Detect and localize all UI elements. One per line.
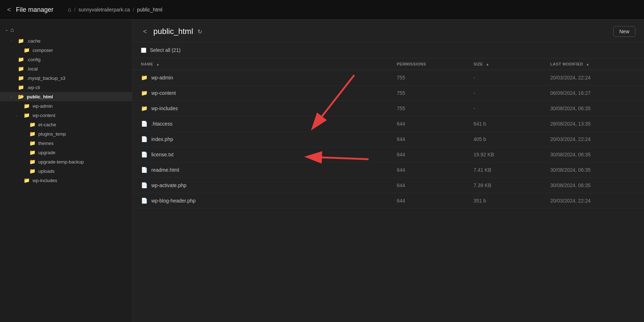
select-all-label[interactable]: Select all (21) — [150, 47, 181, 53]
file-name-cell[interactable]: 📄 wp-activate.php — [132, 178, 388, 193]
toggle-icon: - — [11, 94, 15, 99]
table-row[interactable]: 📁 wp-includes 755 - 30/08/2024, 06:35 — [132, 101, 644, 116]
file-size: 7.39 KB — [465, 178, 542, 193]
col-size[interactable]: SIZE ▲ — [465, 58, 542, 70]
breadcrumb-sep2: / — [133, 7, 134, 13]
sidebar-item-label: public_html — [27, 94, 53, 99]
sidebar-item-config[interactable]: 📁 .config — [0, 55, 132, 64]
refresh-button[interactable]: ↻ — [197, 28, 202, 35]
sidebar-item-wp-includes[interactable]: 📁 wp-includes — [0, 176, 132, 185]
sidebar-item-label: wp-includes — [33, 178, 57, 183]
breadcrumb-sep1: / — [74, 7, 75, 13]
col-last-modified[interactable]: LAST MODIFIED ▲ — [542, 58, 644, 70]
sidebar-item-label: themes — [38, 141, 54, 146]
folder-icon: 📁 — [24, 47, 30, 53]
file-table: NAME ▲ PERMISSIONS SIZE ▲ LAST MODIFIED … — [132, 58, 644, 209]
file-name: readme.html — [151, 167, 179, 173]
folder-icon: 📁 — [29, 140, 35, 146]
folder-icon: 📁 — [18, 57, 24, 62]
file-name-cell[interactable]: 📁 wp-includes — [132, 101, 388, 116]
file-size: - — [465, 101, 542, 116]
sidebar-item-local[interactable]: 📁 .local — [0, 64, 132, 73]
sidebar-item-et-cache[interactable]: 📁 et-cache — [0, 120, 132, 129]
select-all-checkbox[interactable] — [141, 48, 146, 53]
sidebar-item-upgrade[interactable]: 📁 upgrade — [0, 148, 132, 157]
sidebar-item-wp-content[interactable]: - 📁 wp-content — [0, 111, 132, 120]
file-permissions: 644 — [388, 178, 465, 193]
file-modified: 20/03/2024, 22:24 — [542, 70, 644, 86]
file-name-cell[interactable]: 📁 wp-content — [132, 86, 388, 101]
file-permissions: 644 — [388, 132, 465, 147]
file-modified: 30/08/2024, 06:35 — [542, 178, 644, 193]
breadcrumb: ⌂ / sunnyvaletrailerpark.ca / public_htm… — [68, 6, 162, 13]
sidebar-item-wp-admin[interactable]: 📁 wp-admin — [0, 101, 132, 111]
col-permissions: PERMISSIONS — [388, 58, 465, 70]
sidebar-item-uploads[interactable]: 📁 uploads — [0, 166, 132, 176]
sidebar-item-label: wp-admin — [33, 103, 53, 109]
file-name-cell[interactable]: 📄 index.php — [132, 132, 388, 147]
table-row[interactable]: 📄 wp-activate.php 644 7.39 KB 30/08/2024… — [132, 178, 644, 193]
file-name-cell[interactable]: 📄 wp-blog-header.php — [132, 193, 388, 208]
file-name-cell[interactable]: 📄 license.txt — [132, 147, 388, 162]
table-row[interactable]: 📁 wp-content 755 - 06/09/2024, 16:27 — [132, 86, 644, 101]
file-name: wp-blog-header.php — [151, 198, 196, 204]
file-permissions: 755 — [388, 101, 465, 116]
sidebar-item-upgrade-temp-backup[interactable]: 📁 upgrade-temp-backup — [0, 157, 132, 166]
file-name: wp-admin — [151, 75, 173, 80]
content-back-button[interactable]: < — [141, 27, 149, 36]
file-name-cell[interactable]: 📁 wp-admin — [132, 70, 388, 85]
folder-icon: 📁 — [141, 74, 148, 81]
file-icon: 📄 — [141, 167, 148, 173]
file-icon: 📄 — [141, 136, 148, 142]
file-modified: 20/03/2024, 22:24 — [542, 132, 644, 147]
table-row[interactable]: 📄 wp-blog-header.php 644 351 b 20/03/202… — [132, 193, 644, 209]
file-size: 19.92 KB — [465, 147, 542, 162]
col-name[interactable]: NAME ▲ — [132, 58, 388, 70]
file-name-cell[interactable]: 📄 readme.html — [132, 162, 388, 177]
sidebar-item-label: .wp-cli — [27, 85, 40, 90]
folder-icon: 📁 — [18, 38, 24, 44]
content-header-left: < public_html ↻ — [141, 27, 202, 36]
table-row[interactable]: 📄 index.php 644 405 b 20/03/2024, 22:24 — [132, 132, 644, 147]
file-size: 351 b — [465, 193, 542, 209]
table-row[interactable]: 📄 readme.html 644 7.41 KB 30/08/2024, 06… — [132, 162, 644, 178]
topbar-back-button[interactable]: < — [7, 6, 11, 14]
sidebar-item-plugins-temp[interactable]: 📁 plugins_temp — [0, 129, 132, 138]
breadcrumb-domain[interactable]: sunnyvaletrailerpark.ca — [78, 7, 130, 13]
file-size: 405 b — [465, 132, 542, 147]
file-name: wp-activate.php — [151, 182, 186, 188]
table-row[interactable]: 📁 wp-admin 755 - 20/03/2024, 22:24 — [132, 70, 644, 86]
sidebar-item-label: et-cache — [38, 122, 56, 127]
breadcrumb-home-icon[interactable]: ⌂ — [68, 6, 72, 13]
sidebar-item-composer[interactable]: 📁 composer — [0, 45, 132, 55]
sidebar-item-home[interactable]: - ⌂ — [0, 24, 132, 36]
sidebar-item-label: plugins_temp — [38, 131, 66, 137]
file-content: < public_html ↻ New Select all (21) NAME… — [132, 20, 644, 322]
file-table-body: 📁 wp-admin 755 - 20/03/2024, 22:24 📁 wp-… — [132, 70, 644, 209]
file-size: - — [465, 86, 542, 101]
file-modified: 20/03/2024, 22:24 — [542, 193, 644, 209]
sidebar-item-public-html[interactable]: - 📂 public_html — [0, 92, 132, 101]
file-icon: 📄 — [141, 121, 148, 127]
content-area: < public_html ↻ New Select all (21) NAME… — [132, 20, 644, 322]
sidebar-item-label: composer — [33, 48, 53, 53]
folder-icon: 📁 — [24, 112, 30, 118]
sidebar-item-label: uploads — [38, 169, 55, 174]
file-size: 641 b — [465, 116, 542, 132]
folder-icon: 📂 — [18, 94, 24, 99]
sidebar-item-label: .config — [27, 57, 40, 62]
file-name: .htaccess — [151, 121, 172, 127]
content-header: < public_html ↻ New — [132, 20, 644, 42]
sidebar-item-themes[interactable]: 📁 themes — [0, 138, 132, 148]
table-row[interactable]: 📄 license.txt 644 19.92 KB 30/08/2024, 0… — [132, 147, 644, 162]
file-modified: 30/08/2024, 06:35 — [542, 162, 644, 178]
folder-icon: 📁 — [29, 131, 35, 137]
sidebar-item-label: .cache — [27, 38, 40, 44]
file-name-cell[interactable]: 📄 .htaccess — [132, 116, 388, 131]
sidebar-item-label: wp-content — [33, 113, 55, 118]
new-button[interactable]: New — [613, 26, 635, 37]
sidebar-item-mysql-backup[interactable]: 📁 .mysql_backup_s3 — [0, 73, 132, 83]
table-row[interactable]: 📄 .htaccess 644 641 b 28/08/2024, 13:35 — [132, 116, 644, 132]
sidebar-item-wp-cli[interactable]: 📁 .wp-cli — [0, 83, 132, 92]
sidebar-item-cache[interactable]: - 📁 .cache — [0, 36, 132, 45]
